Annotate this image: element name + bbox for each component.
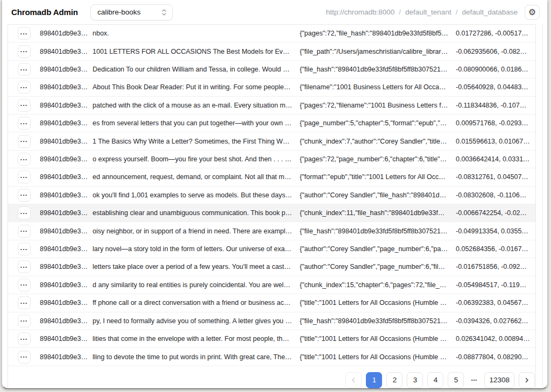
record-id: 898401db9e3… (40, 263, 93, 270)
scrollbar-track[interactable] (542, 24, 547, 388)
table-row: ... 898401db9e3… lary novel—a story told… (8, 240, 535, 258)
page-button[interactable]: 5 (448, 372, 464, 388)
record-metadata: {"pages":72,"page_number":6,"chapter":6,… (300, 155, 456, 163)
record-document: oisy neighbor, or in support of a friend… (93, 227, 300, 235)
record-metadata: {"title":"1001 Letters for All Occasions… (300, 353, 456, 361)
record-id: 898401db9e3… (40, 66, 93, 73)
more-horizontal-icon: ... (20, 226, 28, 233)
row-actions-button[interactable]: ... (18, 117, 31, 130)
record-embedding: -0.118344836, -0.1072560… (456, 102, 535, 109)
record-id: 898401db9e3… (40, 83, 93, 91)
table-row: ... 898401db9e3… es from several letters… (8, 115, 535, 132)
page-button[interactable]: 3 (407, 372, 423, 388)
row-actions-button[interactable]: ... (18, 99, 31, 112)
chevron-right-icon (524, 377, 530, 383)
record-id: 898401db9e3… (40, 353, 93, 361)
record-metadata: {"author":"Corey Sandler","file_hash":"8… (300, 191, 456, 199)
more-horizontal-icon: ... (20, 208, 28, 215)
table-row: ... 898401db9e3… Dedication To our child… (8, 61, 535, 79)
page-button[interactable]: 4 (427, 372, 443, 388)
record-document: establishing clear and unambiguous commu… (93, 209, 300, 217)
record-id: 898401db9e3… (40, 317, 93, 325)
row-actions-button[interactable]: ... (18, 135, 31, 148)
chevron-left-icon (350, 377, 357, 383)
breadcrumb-database: default_database (462, 8, 518, 16)
record-id: 898401db9e3… (40, 102, 93, 109)
breadcrumb-separator: / (399, 8, 401, 16)
row-actions-button[interactable]: ... (18, 332, 31, 345)
row-actions-button[interactable]: ... (18, 63, 31, 76)
table-row: ... 898401db9e3… letters take place over… (8, 258, 535, 276)
app-title: Chromadb Admin (11, 8, 78, 17)
record-metadata: {"pages":72,"filename":"1001 Business Le… (300, 102, 456, 109)
record-id: 898401db9e3… (40, 48, 93, 55)
record-embedding: -0.0394326, 0.027662328… (456, 317, 535, 325)
record-embedding: -0.080900066, 0.0186635… (456, 66, 535, 73)
row-actions-button[interactable]: ... (18, 81, 31, 94)
row-actions-button[interactable]: ... (18, 279, 31, 291)
row-actions-button[interactable]: ... (18, 189, 31, 202)
row-actions-button[interactable]: ... (18, 296, 31, 309)
record-embedding: 0.026341042, 0.00894282… (456, 335, 535, 343)
more-horizontal-icon: ... (20, 154, 28, 161)
table-row: ... 898401db9e3… o express yourself. Boo… (8, 151, 535, 168)
table-row: ... 898401db9e3… establishing clear and … (8, 204, 535, 222)
record-document: 1 The Basics Why Write a Letter? Sometim… (93, 138, 300, 145)
row-actions-button[interactable]: ... (18, 225, 31, 238)
settings-button[interactable]: ⚙ (525, 5, 540, 20)
record-metadata: {"author":"Corey Sandler","page_number":… (300, 263, 456, 270)
row-actions-button[interactable]: ... (18, 260, 31, 273)
next-page-button[interactable] (519, 372, 535, 388)
more-horizontal-icon: ... (20, 352, 28, 359)
last-page-button[interactable]: 12308 (484, 372, 514, 388)
collection-select[interactable]: calibre-books (90, 4, 173, 20)
more-horizontal-icon: ... (20, 172, 28, 179)
row-actions-button[interactable]: ... (18, 315, 31, 327)
row-actions-button[interactable]: ... (18, 243, 31, 255)
prev-page-button[interactable] (345, 372, 362, 388)
record-document: lling to devote the time to put words in… (93, 353, 300, 361)
table-row: ... 898401db9e3… 1 The Basics Why Write … (8, 132, 535, 150)
record-id: 898401db9e3… (40, 119, 93, 127)
record-id: 898401db9e3… (40, 30, 93, 37)
row-actions-button[interactable]: ... (18, 153, 31, 166)
record-metadata: {"pages":72,"file_hash":"898401db9e33fd5… (300, 30, 456, 37)
record-metadata: {"file_hash":"898401db9e33fd5f8bf5ff8b30… (300, 227, 456, 235)
record-document: patched with the click of a mouse as an … (93, 102, 300, 109)
row-actions-button[interactable]: ... (18, 45, 31, 58)
more-horizontal-icon: ... (20, 316, 28, 323)
record-document: About This Book Dear Reader: Put it in w… (93, 83, 300, 91)
breadcrumb-tenant: default_tenant (405, 8, 451, 16)
record-metadata: {"author":"Corey Sandler","page_number":… (300, 245, 456, 253)
record-id: 898401db9e3… (40, 173, 93, 181)
more-horizontal-icon: ... (20, 65, 28, 72)
breadcrumb-url[interactable]: http://chromadb:8000 (326, 8, 395, 16)
record-embedding: -0.06392383, 0.04567663… (456, 299, 535, 307)
record-id: 898401db9e3… (40, 138, 93, 145)
record-embedding: 0.015596613, 0.01067467… (456, 138, 535, 145)
record-embedding: -0.05640928, 0.04483314… (456, 83, 535, 91)
record-document: lary novel—a story told in the form of l… (93, 245, 300, 253)
record-id: 898401db9e3… (40, 209, 93, 217)
row-actions-button[interactable]: ... (18, 27, 31, 40)
more-horizontal-icon: ... (20, 100, 28, 107)
pagination-ellipsis: ••• (468, 377, 480, 382)
row-actions-button[interactable]: ... (18, 206, 31, 219)
table-body: ... 898401db9e3… nbox. {"pages":72,"file… (8, 25, 535, 366)
record-id: 898401db9e3… (40, 155, 93, 163)
row-actions-button[interactable]: ... (18, 170, 31, 183)
page-button[interactable]: 1 (366, 372, 382, 388)
more-horizontal-icon: ... (20, 190, 28, 197)
row-actions-button[interactable]: ... (18, 351, 31, 364)
page-button[interactable]: 2 (386, 372, 402, 388)
more-horizontal-icon: ... (20, 244, 28, 251)
record-metadata: {"format":"epub","title":"1001 Letters f… (300, 173, 456, 181)
record-document: lities that come in the envelope with a … (93, 335, 300, 343)
record-metadata: {"chunk_index":11,"file_hash":"898401db9… (300, 209, 456, 217)
breadcrumb-separator: / (456, 8, 458, 16)
table-row: ... 898401db9e3… ok you'll find 1,001 ex… (8, 187, 535, 204)
more-horizontal-icon: ... (20, 118, 28, 125)
table-row: ... 898401db9e3… py, I need to formally … (8, 312, 535, 330)
more-horizontal-icon: ... (20, 82, 28, 89)
more-horizontal-icon: ... (20, 136, 28, 143)
